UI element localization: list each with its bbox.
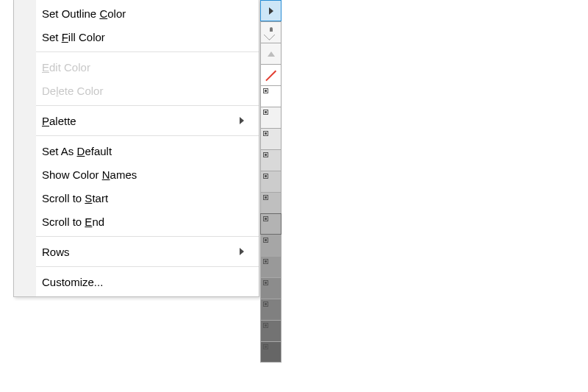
palette-scroll-up[interactable] xyxy=(260,43,282,64)
color-palette-strip xyxy=(260,0,282,363)
menu-item-label: Set Outline Color xyxy=(42,7,244,20)
swatch-marker-icon xyxy=(263,280,268,285)
swatch-color[interactable] xyxy=(260,213,282,235)
color-context-menu: Set Outline Color Set Fill Color Edit Co… xyxy=(13,0,259,297)
menu-item-label: Scroll to End xyxy=(42,215,244,228)
swatch-color[interactable] xyxy=(260,341,282,363)
menu-item-label: Set Fill Color xyxy=(42,31,244,43)
menu-item-label: Palette xyxy=(42,115,240,127)
swatch-color[interactable] xyxy=(260,149,282,171)
menu-item-label: Customize... xyxy=(42,276,244,288)
menu-separator xyxy=(36,266,259,267)
swatch-marker-icon xyxy=(263,323,268,328)
swatch-color[interactable] xyxy=(260,235,282,256)
swatch-color[interactable] xyxy=(260,128,282,149)
menu-item-label: Rows xyxy=(42,246,240,258)
swatch-color[interactable] xyxy=(260,299,282,320)
menu-item-label: Show Color Names xyxy=(42,168,244,181)
menu-scroll-to-start[interactable]: Scroll to Start xyxy=(14,186,259,210)
menu-item-label: Edit Color xyxy=(42,61,244,74)
chevron-up-icon xyxy=(268,51,275,57)
swatch-marker-icon xyxy=(263,152,268,157)
swatch-marker-icon xyxy=(263,88,268,93)
swatch-marker-icon xyxy=(263,238,268,243)
menu-separator xyxy=(36,51,259,52)
menu-separator xyxy=(36,135,259,136)
menu-separator xyxy=(36,105,259,106)
menu-show-color-names[interactable]: Show Color Names xyxy=(14,163,259,186)
swatch-marker-icon xyxy=(263,259,268,264)
menu-palette[interactable]: Palette xyxy=(14,109,259,132)
swatch-color[interactable] xyxy=(260,277,282,299)
menu-rows[interactable]: Rows xyxy=(14,240,259,263)
no-color-icon xyxy=(265,71,276,81)
swatch-color[interactable] xyxy=(260,256,282,277)
swatch-marker-icon xyxy=(263,344,268,349)
swatch-marker-icon xyxy=(263,216,268,221)
swatch-color[interactable] xyxy=(260,107,282,128)
menu-item-label: Scroll to Start xyxy=(42,192,244,204)
menu-scroll-to-end[interactable]: Scroll to End xyxy=(14,210,259,233)
menu-item-label: Set As Default xyxy=(42,145,244,157)
swatch-none[interactable] xyxy=(260,64,282,85)
menu-set-as-default[interactable]: Set As Default xyxy=(14,139,259,163)
menu-set-outline-color[interactable]: Set Outline Color xyxy=(14,1,259,25)
palette-flyout-button[interactable] xyxy=(260,0,282,21)
swatch-marker-icon xyxy=(263,302,268,307)
menu-customize[interactable]: Customize... xyxy=(14,270,259,293)
swatch-marker-icon xyxy=(263,110,268,115)
eyedropper-icon xyxy=(265,27,276,38)
menu-delete-color: Delete Color xyxy=(14,79,259,102)
submenu-arrow-icon xyxy=(240,117,244,124)
submenu-arrow-icon xyxy=(240,248,244,255)
menu-set-fill-color[interactable]: Set Fill Color xyxy=(14,25,259,49)
swatch-color[interactable] xyxy=(260,320,282,341)
swatch-color[interactable] xyxy=(260,192,282,213)
swatch-color[interactable] xyxy=(260,85,282,107)
menu-item-label: Delete Color xyxy=(42,85,244,97)
eyedropper-button[interactable] xyxy=(260,21,282,43)
swatch-marker-icon xyxy=(263,195,268,200)
flyout-arrow-icon xyxy=(269,7,273,15)
swatch-color[interactable] xyxy=(260,171,282,192)
swatch-marker-icon xyxy=(263,131,268,136)
swatch-marker-icon xyxy=(263,174,268,179)
menu-edit-color: Edit Color xyxy=(14,55,259,79)
menu-separator xyxy=(36,236,259,237)
